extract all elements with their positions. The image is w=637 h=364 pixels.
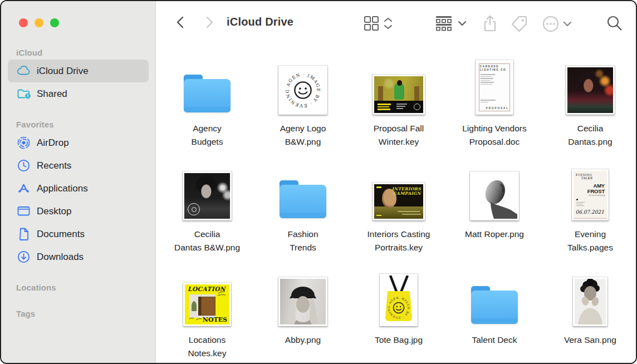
sidebar-item-recents[interactable]: Recents xyxy=(8,154,149,177)
sidebar-item-downloads[interactable]: Downloads xyxy=(8,245,149,268)
back-button[interactable] xyxy=(174,14,188,30)
folder-icon xyxy=(469,270,520,326)
window-title: iCloud Drive xyxy=(227,16,293,28)
pages-tagline: ...the art of retouching xyxy=(587,194,605,196)
document-thumbnail: CARDOSO LIGHTING CO. PROPOSAL xyxy=(476,60,513,115)
file-label: Ageny LogoB&W.png xyxy=(280,122,326,149)
chevron-right-icon xyxy=(202,14,216,30)
sidebar-item-label: Recents xyxy=(37,160,71,171)
file-label: Matt Roper.png xyxy=(465,228,524,241)
image-thumbnail xyxy=(566,66,615,115)
grid-view-icon xyxy=(363,14,395,31)
pages-thumbnail: EVENING TALKS AMYFROST ...the art of ret… xyxy=(572,169,609,220)
file-lighting-vendors-proposal[interactable]: CARDOSO LIGHTING CO. PROPOSAL Lighting V… xyxy=(447,59,542,165)
close-button[interactable] xyxy=(19,18,28,27)
window-controls xyxy=(19,18,59,27)
sidebar-item-label: Shared xyxy=(37,88,67,100)
minimize-button[interactable] xyxy=(35,18,43,27)
sidebar-item-label: Desktop xyxy=(37,206,71,217)
file-label: FashionTrends xyxy=(287,228,318,254)
doc-footer-text: PROPOSAL xyxy=(486,107,509,110)
file-abby[interactable]: Abby.png xyxy=(255,270,351,364)
file-label: Talent Deck xyxy=(472,333,517,347)
folder-icon xyxy=(182,59,233,115)
desktop-icon xyxy=(16,204,31,219)
cloud-icon xyxy=(16,63,31,78)
file-interiors-casting-portraits[interactable]: INTERIORSCAMPAIGN Interiors CastingPortr… xyxy=(351,165,447,270)
more-actions-button[interactable] xyxy=(541,14,574,33)
file-label: Vera San.png xyxy=(564,333,616,347)
file-label: CeciliaDantas.png xyxy=(568,122,612,149)
sidebar-section-icloud: iCloud xyxy=(16,48,146,57)
image-thumbnail xyxy=(278,277,327,326)
file-cecilia-dantas-bw[interactable]: CeciliaDantas B&W.png xyxy=(159,165,255,270)
folder-icon xyxy=(277,165,329,220)
toolbar: iCloud Drive xyxy=(156,1,636,45)
image-thumbnail: · IMAGE BY · EVENING AGENCY xyxy=(278,66,327,115)
file-cecilia-dantas[interactable]: CeciliaDantas.png xyxy=(542,59,637,165)
sidebar-item-shared[interactable]: Shared xyxy=(8,82,149,105)
forward-button[interactable] xyxy=(202,14,216,30)
group-by-icon xyxy=(434,14,470,31)
search-button[interactable] xyxy=(606,14,624,32)
file-label: Proposal FallWinter.key xyxy=(374,122,424,149)
sidebar-item-desktop[interactable]: Desktop xyxy=(8,200,149,223)
file-label: Lighting VendorsProposal.doc xyxy=(462,122,526,149)
tag-button[interactable] xyxy=(510,14,529,33)
sidebar-item-label: iCloud Drive xyxy=(37,66,89,77)
file-label: EveningTalks.pages xyxy=(567,228,613,254)
sidebar: iCloud iCloud Drive Shared Favorites xyxy=(1,1,156,363)
slide-caption: NOTES xyxy=(203,316,227,323)
keynote-thumbnail xyxy=(373,75,425,115)
file-locations-notes[interactable]: LOCATION NOTES LocationsNotes.key xyxy=(159,270,255,364)
file-agency-budgets[interactable]: AgencyBudgets xyxy=(159,59,255,165)
download-circle-icon xyxy=(16,249,31,264)
file-label: LocationsNotes.key xyxy=(188,333,227,360)
sidebar-item-label: AirDrop xyxy=(37,137,69,149)
shared-folder-icon xyxy=(16,86,31,101)
document-icon xyxy=(16,227,31,242)
file-evening-talks[interactable]: EVENING TALKS AMYFROST ...the art of ret… xyxy=(542,165,637,270)
image-thumbnail xyxy=(573,277,607,326)
tag-icon xyxy=(510,14,529,33)
sidebar-section-tags: Tags xyxy=(16,309,146,318)
image-thumbnail xyxy=(470,171,519,220)
image-thumbnail xyxy=(183,171,232,220)
sidebar-item-label: Documents xyxy=(37,229,85,240)
keynote-thumbnail: INTERIORSCAMPAIGN xyxy=(373,183,425,220)
chevron-left-icon xyxy=(174,14,188,30)
file-ageny-logo[interactable]: · IMAGE BY · EVENING AGENCY Ageny LogoB&… xyxy=(255,59,351,165)
sidebar-item-documents[interactable]: Documents xyxy=(8,223,149,245)
airdrop-icon xyxy=(16,135,31,150)
file-label: Interiors CastingPortraits.key xyxy=(367,228,430,254)
sidebar-section-favorites: Favorites xyxy=(16,120,146,129)
keynote-thumbnail: LOCATION NOTES xyxy=(183,283,231,326)
sidebar-item-applications[interactable]: Applications xyxy=(8,177,149,200)
doc-header-text: CARDOSO LIGHTING CO. xyxy=(480,65,508,72)
view-picker-button[interactable] xyxy=(363,14,395,31)
slide-title-line2: CAMPAIGN xyxy=(392,191,421,196)
file-proposal-fall-winter[interactable]: Proposal FallWinter.key xyxy=(351,59,447,165)
file-matt-roper[interactable]: Matt Roper.png xyxy=(447,165,542,270)
finder-window: iCloud iCloud Drive Shared Favorites xyxy=(0,0,637,364)
sidebar-item-airdrop[interactable]: AirDrop xyxy=(8,131,149,154)
file-grid: AgencyBudgets · IMAGE BY · EVENING AGENC… xyxy=(159,59,637,364)
file-label: AgencyBudgets xyxy=(192,122,223,149)
file-label: Abby.png xyxy=(285,333,321,347)
file-vera-san[interactable]: Vera San.png xyxy=(542,270,637,364)
ellipsis-circle-icon xyxy=(541,14,574,33)
pages-masthead-italic: TALKS xyxy=(581,176,592,180)
share-button[interactable] xyxy=(481,14,499,33)
zoom-button[interactable] xyxy=(50,18,59,27)
sidebar-item-label: Applications xyxy=(37,183,88,194)
file-fashion-trends[interactable]: FashionTrends xyxy=(255,165,351,270)
sidebar-item-icloud-drive[interactable]: iCloud Drive xyxy=(8,60,149,82)
file-tote-bag[interactable]: · HELLO BY · EVENING AGENCY Tote Bag.jpg xyxy=(351,270,447,364)
group-by-button[interactable] xyxy=(434,14,470,31)
sidebar-section-locations: Locations xyxy=(16,283,146,292)
sidebar-item-label: Downloads xyxy=(37,252,84,263)
file-label: Tote Bag.jpg xyxy=(375,333,423,347)
app-store-a-icon xyxy=(16,181,31,196)
share-icon xyxy=(481,14,499,33)
file-talent-deck[interactable]: Talent Deck xyxy=(447,270,542,364)
